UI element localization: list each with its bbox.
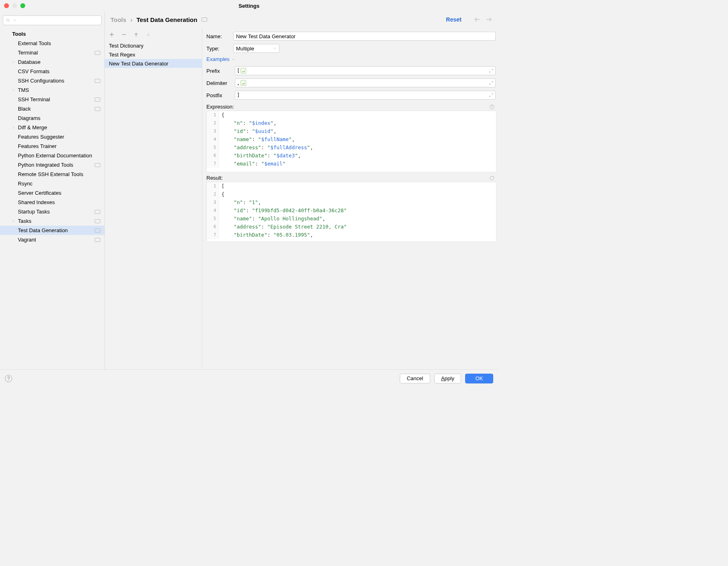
chevron-down-icon [231,57,235,61]
chevron-down-icon [273,46,277,50]
dialog-footer: ? Cancel Apply OK [0,369,498,387]
postfix-label: Postfix [206,92,231,98]
nav-forward-icon[interactable] [485,16,492,23]
delimiter-input[interactable]: , ↵ [235,78,496,87]
sidebar-item[interactable]: External Tools [0,39,104,48]
expand-icon[interactable] [489,81,494,85]
newline-icon: ↵ [240,80,246,86]
sidebar-item[interactable]: SSH Terminal [0,95,104,104]
chevron-right-icon [11,60,15,64]
sidebar-item-label: Diff & Merge [18,124,47,131]
settings-search[interactable] [3,15,102,25]
sidebar-item[interactable]: Test Data Generation [0,226,104,235]
refresh-icon[interactable] [489,175,495,181]
sidebar-item-label: TMS [18,87,29,93]
sidebar-item-label: Diagrams [18,115,41,121]
newline-icon: ↵ [240,68,246,74]
svg-line-1 [9,21,10,22]
move-up-button[interactable] [133,32,139,39]
sidebar-item-label: Black [18,106,31,112]
window-minimize[interactable] [12,3,17,8]
prefix-input[interactable]: [ ↵ [235,66,496,75]
svg-line-12 [492,81,493,83]
nav-back-icon[interactable] [474,16,481,23]
sidebar-item-label: Remote SSH External Tools [18,171,83,177]
settings-sidebar: Tools External ToolsTerminalDatabaseCSV … [0,11,105,369]
help-icon[interactable] [489,104,495,110]
sidebar-item-label: Test Data Generation [18,227,68,233]
type-select[interactable]: Multiple [233,44,280,53]
move-down-button[interactable] [145,32,151,39]
traffic-lights [4,3,25,8]
breadcrumb-separator: › [130,16,132,23]
sidebar-item[interactable]: Rsync [0,179,104,188]
sidebar-item-label: External Tools [18,40,51,46]
sidebar-item[interactable]: SSH Configurations [0,76,104,85]
reset-link[interactable]: Reset [446,16,462,23]
sidebar-item[interactable]: Features Trainer [0,142,104,151]
scope-badge-icon [95,210,100,214]
remove-generator-button[interactable] [121,32,127,39]
help-button[interactable]: ? [5,375,12,382]
sidebar-item[interactable]: Server Certificates [0,188,104,198]
sidebar-item[interactable]: Remote SSH External Tools [0,170,104,179]
sidebar-item-label: Database [18,59,41,65]
scope-badge-icon [95,219,100,223]
sidebar-item-label: SSH Configurations [18,78,64,84]
generator-list: Test DictionaryTest RegexNew Test Data G… [105,41,202,369]
svg-line-14 [492,94,493,95]
sidebar-item[interactable]: Features Suggester [0,132,104,142]
sidebar-item[interactable]: Diagrams [0,113,104,123]
sidebar-item[interactable]: Terminal [0,48,104,57]
sidebar-item[interactable]: Vagrant [0,235,104,244]
sidebar-item-label: Terminal [18,50,38,56]
expand-icon[interactable] [489,68,494,73]
window-maximize[interactable] [20,3,25,8]
apply-button[interactable]: Apply [434,374,462,383]
sidebar-item[interactable]: Diff & Merge [0,123,104,132]
generator-toolbar [105,30,202,41]
ok-button[interactable]: OK [465,374,493,383]
result-editor[interactable]: 1[2{3 "n": "1",4 "id": "f199bfd5-d042-40… [206,182,496,242]
sidebar-item-label: Tasks [18,218,31,224]
examples-link[interactable]: Examples [206,54,498,65]
svg-point-16 [492,108,492,108]
svg-point-0 [6,19,9,21]
sidebar-item[interactable]: CSV Formats [0,67,104,76]
sidebar-item[interactable]: TMS [0,85,104,95]
name-input[interactable]: New Test Data Generator [233,32,496,41]
expand-icon[interactable] [489,93,494,98]
sidebar-item[interactable]: Black [0,104,104,113]
breadcrumb-bar: Tools › Test Data Generation Reset [105,11,498,28]
postfix-input[interactable]: ] [235,91,496,100]
generator-item[interactable]: New Test Data Generator [105,59,202,68]
generator-item[interactable]: Test Regex [105,50,202,59]
tree-section-tools[interactable]: Tools [0,29,104,39]
window-title: Settings [238,3,259,9]
chevron-right-icon [11,126,15,130]
svg-line-9 [490,71,491,72]
scope-icon [202,17,207,22]
sidebar-item[interactable]: Startup Tasks [0,207,104,216]
svg-line-13 [490,96,491,97]
svg-line-11 [490,83,491,85]
sidebar-item[interactable]: Python Integrated Tools [0,160,104,170]
settings-search-input[interactable] [19,17,99,24]
search-icon [6,17,11,23]
window-close[interactable] [4,3,9,8]
sidebar-item[interactable]: Shared Indexes [0,198,104,207]
sidebar-item[interactable]: Database [0,57,104,67]
expression-editor[interactable]: 1{2 "n": "$index",3 "id": "$uuid",4 "nam… [206,111,496,172]
sidebar-item-label: Server Certificates [18,190,61,196]
add-generator-button[interactable] [109,32,115,39]
sidebar-item[interactable]: Tasks [0,216,104,226]
sidebar-item-label: Vagrant [18,237,36,243]
sidebar-item-label: Python Integrated Tools [18,162,73,168]
cancel-button[interactable]: Cancel [400,374,430,383]
sidebar-item-label: Features Suggester [18,134,64,140]
breadcrumb-parent[interactable]: Tools [110,16,126,23]
sidebar-item-label: Shared Indexes [18,199,55,205]
scope-badge-icon [95,51,100,55]
sidebar-item[interactable]: Python External Documentation [0,151,104,160]
generator-item[interactable]: Test Dictionary [105,41,202,50]
